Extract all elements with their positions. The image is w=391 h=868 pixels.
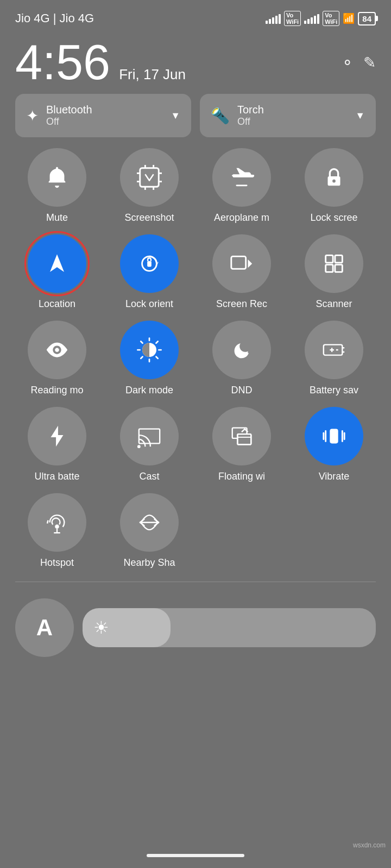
readingmode-tile[interactable]: Reading mo xyxy=(15,321,99,396)
screenrec-circle xyxy=(212,234,271,293)
brightness-slider[interactable]: ☀ xyxy=(83,608,376,647)
lockorient-tile[interactable]: Lock orient xyxy=(108,234,191,310)
ultrabatte-circle xyxy=(28,407,86,465)
lockorient-circle xyxy=(120,234,179,293)
nearbysha-circle xyxy=(120,493,179,552)
top-partial-tiles: ✦ Bluetooth Off ▼ 🔦 Torch Off ▼ xyxy=(0,94,391,137)
lockscreen-tile[interactable]: Lock scree xyxy=(292,148,376,224)
svg-marker-36 xyxy=(51,426,64,446)
svg-rect-40 xyxy=(237,434,251,444)
svg-line-29 xyxy=(141,356,142,358)
bluetooth-tile[interactable]: ✦ Bluetooth Off ▼ xyxy=(15,94,191,137)
aeroplane-tile[interactable]: Aeroplane m xyxy=(200,148,283,224)
batterysave-label: Battery sav xyxy=(310,385,358,396)
grid-row-5: Hotspot Nearby Sha xyxy=(0,482,391,569)
bluetooth-arrow: ▼ xyxy=(171,110,180,122)
torch-content: Torch Off xyxy=(237,104,264,127)
battery-icon: 84 xyxy=(358,12,376,25)
floatingwi-circle xyxy=(212,407,271,465)
font-size-circle[interactable]: A xyxy=(15,598,74,657)
screenshot-tile[interactable]: Screenshot xyxy=(108,148,191,224)
dnd-tile[interactable]: DND xyxy=(200,321,283,396)
darkmode-tile[interactable]: Dark mode xyxy=(108,321,191,396)
screenshot-label: Screenshot xyxy=(124,212,174,224)
lockscreen-circle xyxy=(305,148,363,207)
batterysave-tile[interactable]: Battery sav xyxy=(292,321,376,396)
dnd-label: DND xyxy=(231,385,253,396)
mute-tile[interactable]: Mute xyxy=(15,148,99,224)
clock-area: 4:56 Fri, 17 Jun ⚬ ✎ xyxy=(0,33,391,90)
bluetooth-icon: ✦ xyxy=(26,107,39,125)
aeroplane-circle xyxy=(212,148,271,207)
home-indicator[interactable] xyxy=(147,854,244,857)
screenrec-tile[interactable]: Screen Rec xyxy=(200,234,283,310)
location-label: Location xyxy=(39,298,75,310)
svg-rect-17 xyxy=(326,256,333,263)
lock-icon xyxy=(321,165,346,190)
cast-circle xyxy=(120,407,179,465)
svg-rect-14 xyxy=(147,261,152,267)
battery-save-icon xyxy=(321,337,346,362)
readingmode-circle xyxy=(28,321,86,379)
ultrabatte-label: Ultra batte xyxy=(34,471,79,482)
svg-rect-20 xyxy=(335,265,342,272)
dnd-circle xyxy=(212,321,271,379)
bluetooth-label: Bluetooth xyxy=(46,104,92,116)
clock-date: Fri, 17 Jun xyxy=(119,66,186,83)
svg-point-38 xyxy=(137,445,141,448)
vowifi1-icon: VoWiFi xyxy=(284,11,301,26)
torch-tile[interactable]: 🔦 Torch Off ▼ xyxy=(200,94,376,137)
lockorient-label: Lock orient xyxy=(125,298,173,310)
bolt-icon xyxy=(45,424,70,449)
nearbysha-label: Nearby Sha xyxy=(123,557,175,569)
status-icons: VoWiFi VoWiFi 📶 84 xyxy=(266,11,376,26)
bluetooth-status: Off xyxy=(46,116,92,127)
readingmode-label: Reading mo xyxy=(30,385,83,396)
svg-rect-0 xyxy=(140,168,159,187)
clock-action-icons: ⚬ ✎ xyxy=(341,54,376,72)
ultrabatte-tile[interactable]: Ultra batte xyxy=(15,407,99,482)
lockscreen-label: Lock scree xyxy=(310,212,357,224)
location-circle xyxy=(28,234,86,293)
svg-line-26 xyxy=(141,341,142,343)
brightness-row: A ☀ xyxy=(0,582,391,668)
torch-icon: 🔦 xyxy=(211,107,230,125)
moon-icon xyxy=(229,337,254,362)
status-bar: Jio 4G | Jio 4G VoWiFi VoWiFi 📶 84 xyxy=(0,0,391,33)
svg-line-27 xyxy=(156,356,157,358)
vowifi2-icon: VoWiFi xyxy=(323,11,339,26)
vibrate-label: Vibrate xyxy=(319,471,350,482)
airplane-icon xyxy=(229,165,254,190)
eye-icon xyxy=(45,337,70,362)
darkmode-circle xyxy=(120,321,179,379)
brightness-sun-icon: ☀ xyxy=(93,617,109,638)
hotspot-icon xyxy=(45,510,70,535)
svg-rect-9 xyxy=(236,184,247,186)
nearbysha-tile[interactable]: Nearby Sha xyxy=(108,493,191,569)
carrier-text: Jio 4G | Jio 4G xyxy=(15,11,94,25)
screenshot-icon xyxy=(137,165,162,190)
edit-icon[interactable]: ✎ xyxy=(363,54,376,72)
scanner-tile[interactable]: Scanner xyxy=(292,234,376,310)
vibrate-tile[interactable]: Vibrate xyxy=(292,407,376,482)
scanner-circle xyxy=(305,234,363,293)
floatingwi-icon xyxy=(229,424,254,449)
vibrate-icon xyxy=(321,424,346,449)
location-tile[interactable]: Location xyxy=(15,234,99,310)
hotspot-circle xyxy=(28,493,86,552)
floatingwi-tile[interactable]: Floating wi xyxy=(200,407,283,482)
svg-marker-12 xyxy=(50,254,64,272)
hotspot-tile[interactable]: Hotspot xyxy=(15,493,99,569)
security-icon[interactable]: ⚬ xyxy=(341,54,354,72)
lockorient-icon xyxy=(137,251,162,276)
svg-line-28 xyxy=(156,341,157,343)
bluetooth-content: Bluetooth Off xyxy=(46,104,92,127)
hotspot-label: Hotspot xyxy=(40,557,74,569)
vibrate-circle xyxy=(305,407,363,465)
cast-tile[interactable]: Cast xyxy=(108,407,191,482)
grid-row-1: Mute Screenshot Ae xyxy=(0,137,391,224)
mute-label: Mute xyxy=(46,212,68,224)
torch-arrow: ▼ xyxy=(355,110,365,122)
grid-row-4: Ultra batte Cast Floating wi xyxy=(0,396,391,482)
bell-icon xyxy=(45,165,70,190)
